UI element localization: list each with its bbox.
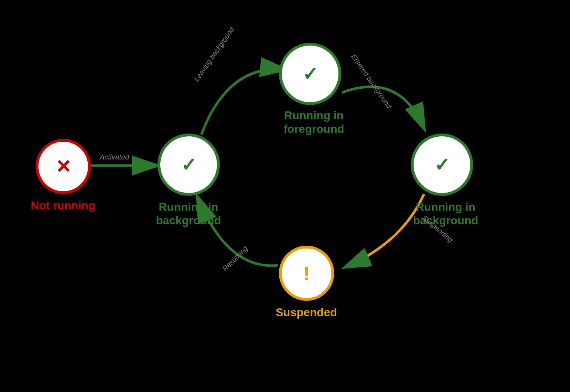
entered-background-transition-label: Entered background: [349, 53, 393, 110]
check-icon-bg-left: ✓: [181, 156, 197, 174]
not-running-circle: ✕: [36, 139, 91, 194]
check-icon-fg: ✓: [302, 65, 318, 83]
diagram-container: ✕ Not running ✓ Running inbackground ✓ R…: [0, 0, 570, 392]
running-bg-right-label: Running inbackground: [388, 200, 503, 228]
suspended-circle: !: [279, 246, 334, 301]
check-icon-bg-right: ✓: [434, 156, 450, 174]
running-bg-left-label: Running inbackground: [131, 200, 246, 228]
suspended-label: Suspended: [256, 305, 356, 319]
exclaim-icon: !: [303, 263, 310, 283]
x-icon: ✕: [56, 157, 71, 176]
running-fg-label: Running inforeground: [256, 109, 371, 136]
leaving-background-transition-label: Leaving background: [192, 26, 236, 83]
running-fg-circle: ✓: [279, 43, 341, 105]
activated-transition-label: Activated: [100, 153, 129, 161]
running-bg-left-circle: ✓: [157, 134, 220, 196]
resuming-transition-label: Resuming: [221, 244, 249, 273]
not-running-label: Not running: [19, 199, 108, 212]
running-bg-right-circle: ✓: [411, 134, 473, 196]
